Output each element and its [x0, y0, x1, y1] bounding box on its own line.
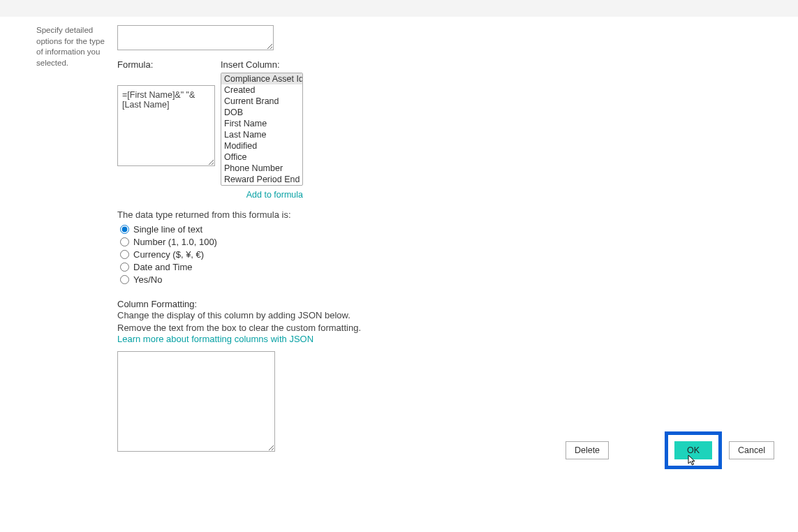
insert-column-option[interactable]: DOB — [221, 107, 302, 118]
datatype-option-label: Number (1, 1.0, 100) — [133, 237, 217, 247]
top-bar — [0, 0, 798, 17]
column-formatting-desc1: Change the display of this column by add… — [117, 309, 361, 322]
datatype-option[interactable]: Currency ($, ¥, €) — [120, 249, 361, 260]
formula-row: Formula: Insert Column: Compliance Asset… — [117, 59, 361, 186]
formula-textarea[interactable] — [117, 85, 215, 166]
insert-column-option[interactable]: Reward Period End — [221, 174, 302, 185]
datatype-radio[interactable] — [120, 250, 129, 259]
insert-column-option[interactable]: Created — [221, 84, 302, 96]
datatype-option-label: Yes/No — [133, 274, 162, 285]
formula-column: Formula: — [117, 59, 215, 168]
datatype-option[interactable]: Yes/No — [120, 274, 361, 285]
formula-label: Formula: — [117, 59, 215, 70]
ok-highlight-box: OK — [665, 431, 722, 454]
delete-button[interactable]: Delete — [566, 441, 609, 454]
datatype-option-label: Single line of text — [133, 224, 202, 235]
datatype-radio-group: Single line of textNumber (1, 1.0, 100)C… — [117, 224, 361, 285]
datatype-option-label: Currency ($, ¥, €) — [133, 249, 204, 260]
datatype-radio[interactable] — [120, 237, 129, 246]
datatype-option[interactable]: Single line of text — [120, 224, 361, 235]
column-formatting-heading: Column Formatting: — [117, 299, 361, 309]
insert-column-label: Insert Column: — [221, 59, 303, 70]
column-formatting-link[interactable]: Learn more about formatting columns with… — [117, 334, 313, 344]
datatype-option[interactable]: Date and Time — [120, 262, 361, 272]
description-textarea[interactable] — [117, 25, 274, 50]
datatype-option[interactable]: Number (1, 1.0, 100) — [120, 237, 361, 247]
description-field — [117, 25, 361, 52]
column-formatting-desc2: Remove the text from the box to clear th… — [117, 322, 361, 334]
insert-column-option[interactable]: Current Brand — [221, 96, 302, 107]
content-wrapper: Specify detailed options for the type of… — [0, 17, 798, 454]
insert-column-option[interactable]: Compliance Asset Id — [221, 73, 302, 84]
insert-column-option[interactable]: First Name — [221, 118, 302, 129]
datatype-radio[interactable] — [120, 263, 129, 272]
main-panel: Formula: Insert Column: Compliance Asset… — [117, 25, 361, 454]
cancel-button[interactable]: Cancel — [729, 441, 774, 454]
insert-column-option[interactable]: Office — [221, 152, 302, 163]
insert-column-option[interactable]: Last Name — [221, 129, 302, 140]
insert-column-option[interactable]: Modified — [221, 140, 302, 152]
button-row: Delete OK Cancel — [0, 431, 798, 454]
datatype-radio[interactable] — [120, 275, 129, 284]
insert-column-option[interactable]: Phone Number — [221, 163, 302, 174]
sidebar-description: Specify detailed options for the type of… — [0, 25, 117, 68]
insert-column-column: Insert Column: Compliance Asset IdCreate… — [221, 59, 303, 186]
insert-column-listbox[interactable]: Compliance Asset IdCreatedCurrent BrandD… — [221, 73, 303, 186]
datatype-option-label: Date and Time — [133, 262, 193, 272]
datatype-radio[interactable] — [120, 225, 129, 234]
ok-button[interactable]: OK — [674, 441, 712, 454]
add-to-formula-link[interactable]: Add to formula — [117, 190, 303, 200]
datatype-label: The data type returned from this formula… — [117, 209, 361, 220]
column-formatting-section: Column Formatting: Change the display of… — [117, 299, 361, 454]
